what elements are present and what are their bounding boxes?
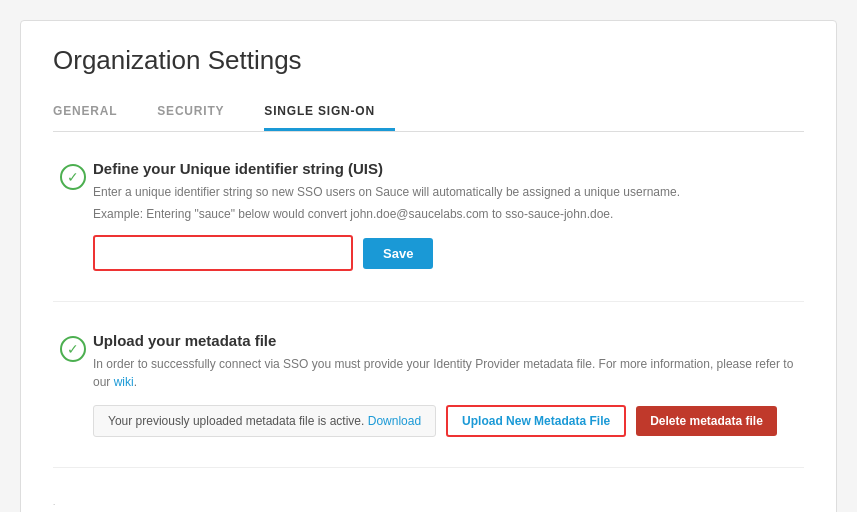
page-container: Organization Settings GENERAL SECURITY S… xyxy=(20,20,837,512)
tab-general[interactable]: GENERAL xyxy=(53,94,137,131)
metadata-content: Upload your metadata file In order to su… xyxy=(93,332,804,437)
upload-button[interactable]: Upload New Metadata File xyxy=(446,405,626,437)
metadata-desc: In order to successfully connect via SSO… xyxy=(93,355,804,391)
tab-security[interactable]: SECURITY xyxy=(157,94,244,131)
uis-desc1: Enter a unique identifier string so new … xyxy=(93,183,804,201)
uis-icon-wrapper: ✓ xyxy=(53,160,93,190)
tab-sso[interactable]: SINGLE SIGN-ON xyxy=(264,94,395,131)
metadata-section: ✓ Upload your metadata file In order to … xyxy=(53,332,804,468)
uis-check-icon: ✓ xyxy=(60,164,86,190)
metadata-desc-text: In order to successfully connect via SSO… xyxy=(93,357,793,389)
delete-button[interactable]: Delete metadata file xyxy=(636,406,777,436)
uis-desc2: Example: Entering "sauce" below would co… xyxy=(93,205,804,223)
uis-title: Define your Unique identifier string (UI… xyxy=(93,160,804,177)
metadata-title: Upload your metadata file xyxy=(93,332,804,349)
save-button[interactable]: Save xyxy=(363,238,433,269)
uis-section: ✓ Define your Unique identifier string (… xyxy=(53,160,804,302)
download-link[interactable]: Download xyxy=(368,414,421,428)
metadata-status: Your previously uploaded metadata file i… xyxy=(93,405,436,437)
uis-input-row: Save xyxy=(93,235,804,271)
metadata-icon-wrapper: ✓ xyxy=(53,332,93,362)
uis-input[interactable] xyxy=(93,235,353,271)
metadata-wiki-link[interactable]: wiki xyxy=(114,375,134,389)
metadata-status-text: Your previously uploaded metadata file i… xyxy=(108,414,364,428)
uis-content: Define your Unique identifier string (UI… xyxy=(93,160,804,271)
metadata-row: Your previously uploaded metadata file i… xyxy=(93,405,804,437)
metadata-check-icon: ✓ xyxy=(60,336,86,362)
page-title: Organization Settings xyxy=(53,45,804,76)
tabs-nav: GENERAL SECURITY SINGLE SIGN-ON xyxy=(53,94,804,132)
dot-label: . xyxy=(53,498,804,507)
